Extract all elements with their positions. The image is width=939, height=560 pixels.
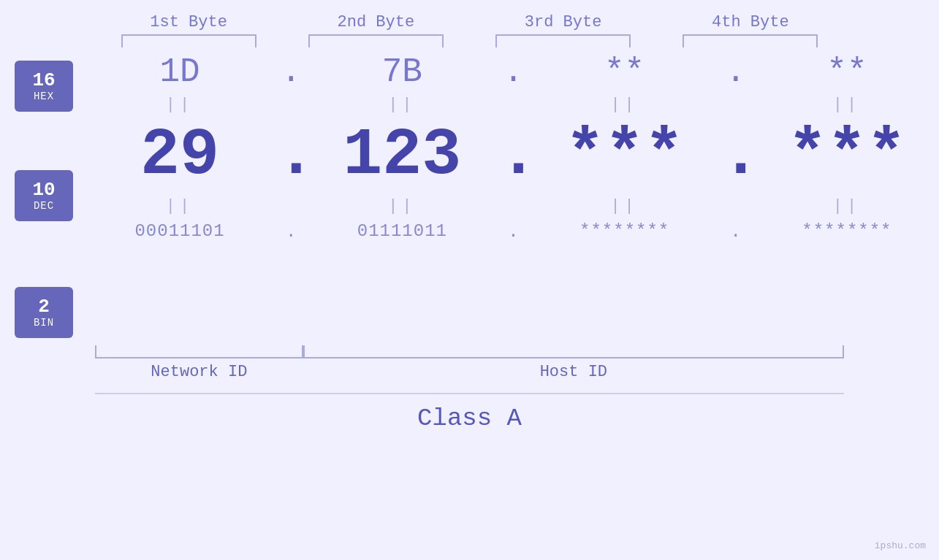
- hex-b2: 7B: [329, 53, 475, 91]
- hex-b3: **: [552, 53, 698, 91]
- byte-header-3: 3rd Byte: [490, 13, 636, 31]
- hex-badge-label: HEX: [34, 91, 54, 102]
- dec-b2: 123: [329, 123, 475, 188]
- data-grid: 1D . 7B . ** . **: [88, 53, 939, 338]
- bracket-b4: [683, 34, 818, 47]
- dec-b1: 29: [107, 123, 253, 188]
- dec-row: 29 . 123 . *** . ***: [88, 118, 939, 193]
- dec-badge: 10 DEC: [15, 170, 73, 221]
- bin-badge-label: BIN: [34, 317, 54, 329]
- dec-dot-3: .: [721, 118, 750, 193]
- bracket-b1: [121, 34, 256, 47]
- bottom-brackets: [95, 345, 844, 358]
- bin-dot-2: .: [498, 220, 528, 242]
- equals-row-1: || || || ||: [88, 96, 939, 114]
- host-bracket: [303, 345, 844, 358]
- byte-header-4: 4th Byte: [677, 13, 824, 31]
- eq-7: ||: [552, 197, 698, 215]
- network-bracket: [95, 345, 303, 358]
- badges-column: 16 HEX 10 DEC 2 BIN: [0, 61, 88, 338]
- bin-dot-1: .: [276, 220, 305, 242]
- hex-badge: 16 HEX: [15, 61, 73, 112]
- eq-4: ||: [774, 96, 920, 114]
- hex-dot-2: .: [498, 53, 528, 91]
- bin-badge-number: 2: [38, 296, 50, 318]
- bottom-labels: Network ID Host ID: [95, 363, 844, 381]
- main-container: 1st Byte 2nd Byte 3rd Byte 4th Byte 16 H…: [0, 0, 939, 560]
- bracket-b3: [495, 34, 631, 47]
- dec-dot-1: .: [276, 118, 305, 193]
- dec-badge-number: 10: [32, 180, 55, 201]
- dec-badge-label: DEC: [34, 200, 54, 212]
- eq-5: ||: [107, 197, 253, 215]
- bin-row: 00011101 . 01111011 . ******** .: [88, 220, 939, 242]
- watermark: ipshu.com: [875, 540, 926, 551]
- equals-row-2: || || || ||: [88, 197, 939, 215]
- network-id-label: Network ID: [95, 363, 303, 381]
- byte-headers: 1st Byte 2nd Byte 3rd Byte 4th Byte: [0, 13, 939, 31]
- eq-1: ||: [107, 96, 253, 114]
- dec-dot-2: .: [498, 118, 528, 193]
- bin-badge: 2 BIN: [15, 287, 73, 338]
- bin-dot-3: .: [721, 220, 750, 242]
- class-label: Class A: [417, 404, 522, 432]
- dec-b3: ***: [552, 123, 698, 188]
- eq-8: ||: [774, 197, 920, 215]
- host-id-label: Host ID: [303, 363, 844, 381]
- top-brackets: [0, 34, 939, 47]
- bin-b4: ********: [774, 221, 920, 241]
- eq-6: ||: [329, 197, 475, 215]
- bin-b1: 00011101: [107, 221, 253, 241]
- hex-row: 1D . 7B . ** . **: [88, 53, 939, 91]
- hex-b4: **: [774, 53, 920, 91]
- bin-b2: 01111011: [329, 221, 475, 241]
- eq-2: ||: [329, 96, 475, 114]
- bracket-b2: [308, 34, 444, 47]
- eq-3: ||: [552, 96, 698, 114]
- hex-dot-3: .: [721, 53, 750, 91]
- bottom-section: Network ID Host ID: [0, 345, 939, 381]
- hex-dot-1: .: [276, 53, 305, 91]
- bin-b3: ********: [552, 221, 698, 241]
- class-row: Class A: [95, 393, 844, 432]
- hex-badge-number: 16: [32, 70, 55, 91]
- byte-header-2: 2nd Byte: [303, 13, 449, 31]
- dec-b4: ***: [774, 123, 920, 188]
- byte-header-1: 1st Byte: [115, 13, 262, 31]
- hex-b1: 1D: [107, 53, 253, 91]
